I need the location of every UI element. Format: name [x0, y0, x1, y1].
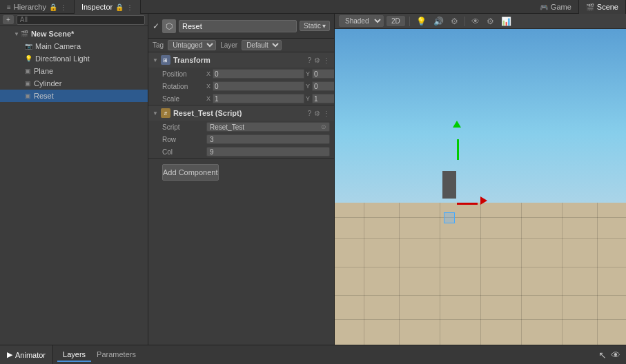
row-field-row: Row 3 — [148, 133, 334, 145]
audio-toolbar-icon[interactable]: 🔊 — [431, 17, 446, 26]
transform-settings-icon[interactable]: ⚙ — [314, 57, 320, 64]
light-toolbar-icon[interactable]: 💡 — [414, 17, 429, 26]
static-dropdown-icon: ▾ — [322, 22, 326, 30]
script-select-icon[interactable]: ⊙ — [321, 123, 326, 130]
eye-icon[interactable]: 👁 — [611, 350, 620, 361]
2d-button[interactable]: 2D — [387, 16, 405, 26]
layers-toolbar-icon[interactable]: ⚙ — [485, 17, 496, 26]
position-fields: X Y Z — [206, 69, 334, 79]
col-field-value[interactable]: 9 — [206, 147, 330, 156]
transform-help-icon[interactable]: ? — [307, 57, 311, 64]
x-axis-handle — [457, 203, 478, 205]
grid-v-3 — [440, 203, 440, 345]
tab-hierarchy[interactable]: ≡ Hierarchy 🔒 ⋮ — [0, 0, 75, 14]
hierarchy-item-cylinder[interactable]: ▣ Cylinder — [0, 77, 148, 90]
grid-v-7 — [597, 203, 598, 345]
transform-header[interactable]: ▼ ⊞ Transform ? ⚙ ⋮ — [148, 52, 334, 68]
scene-panel: Shaded 2D 💡 🔊 ⚙ 👁 ⚙ 📊 — [335, 14, 626, 345]
scene-3d-view — [335, 29, 626, 345]
transform-component: ▼ ⊞ Transform ? ⚙ ⋮ Position X — [148, 52, 334, 105]
top-tab-bar: ≡ Hierarchy 🔒 ⋮ Inspector 🔒 ⋮ 🎮 Game 🎬 S… — [0, 0, 626, 14]
tab-scene[interactable]: 🎬 Scene — [579, 0, 626, 14]
position-x-input[interactable] — [213, 69, 304, 79]
cylinder-mesh-icon: ▣ — [25, 80, 31, 87]
tab-inspector[interactable]: Inspector 🔒 ⋮ — [75, 0, 141, 14]
gizmos-toolbar-icon[interactable]: 👁 — [469, 17, 482, 26]
script-help-icon[interactable]: ? — [307, 110, 311, 117]
static-toggle-button[interactable]: Static ▾ — [300, 21, 330, 31]
rotation-x-input[interactable] — [213, 81, 304, 91]
hierarchy-tab-icon: ≡ — [7, 3, 11, 11]
plane-mesh-icon: ▣ — [25, 68, 31, 74]
hierarchy-search-input[interactable] — [17, 15, 145, 25]
script-field-value: Reset_Test ⊙ — [206, 122, 330, 132]
hierarchy-item-reset-label: Reset — [34, 92, 54, 100]
hierarchy-item-directional-light[interactable]: 💡 Directional Light — [0, 52, 148, 65]
animator-sub-tabs: Layers Parameters — [53, 348, 146, 362]
add-component-button[interactable]: Add Component — [162, 164, 219, 181]
transform-menu-icon[interactable]: ⋮ — [323, 57, 330, 64]
transform-title: Transform — [173, 56, 305, 64]
script-settings-icon[interactable]: ⚙ — [314, 110, 320, 117]
hierarchy-item-plane-label: Plane — [34, 67, 53, 75]
layer-select[interactable]: Default — [242, 40, 282, 50]
object-icon: ⬡ — [162, 19, 176, 33]
script-component: ▼ # Reset_Test (Script) ? ⚙ ⋮ Script Res… — [148, 105, 334, 159]
layers-sub-tab[interactable]: Layers — [57, 348, 91, 362]
layers-tab-label: Layers — [63, 350, 86, 358]
col-value-text: 9 — [210, 148, 214, 156]
hierarchy-item-main-camera[interactable]: 📷 Main Camera — [0, 40, 148, 52]
tab-game[interactable]: 🎮 Game — [533, 0, 579, 14]
scene-viewport[interactable] — [335, 29, 626, 345]
hierarchy-item-plane[interactable]: ▣ Plane — [0, 65, 148, 77]
hierarchy-toolbar: + — [0, 14, 148, 26]
game-tab-icon: 🎮 — [540, 3, 548, 11]
rotation-fields: X Y Z — [206, 81, 334, 91]
hierarchy-tree: ▼ 🎬 New Scene* 📷 Main Camera 💡 Direction… — [0, 26, 148, 345]
position-row: Position X Y Z — [148, 68, 334, 80]
position-y-label: Y — [306, 70, 311, 77]
hierarchy-menu-icon[interactable]: ⋮ — [60, 3, 67, 11]
scale-x-input[interactable] — [213, 94, 304, 103]
sky-background — [335, 29, 626, 203]
animator-tab[interactable]: ▶ Animator — [0, 345, 53, 365]
hierarchy-lock-icon[interactable]: 🔒 — [49, 3, 57, 11]
inspector-lock-icon[interactable]: 🔒 — [115, 3, 124, 11]
script-menu-icon[interactable]: ⋮ — [323, 110, 330, 117]
stats-toolbar-icon[interactable]: 📊 — [499, 17, 513, 26]
scale-y-input[interactable] — [312, 94, 334, 103]
object-name-input[interactable] — [179, 20, 297, 32]
bottom-right-icons: ↖ 👁 — [598, 350, 626, 361]
script-component-title: Reset_Test (Script) — [173, 109, 305, 117]
scale-x-label: X — [206, 95, 212, 102]
effects-toolbar-icon[interactable]: ⚙ — [449, 17, 460, 26]
position-x-field: X — [206, 69, 304, 79]
shaded-select[interactable]: Shaded — [339, 15, 384, 27]
rotation-x-label: X — [206, 83, 212, 90]
row-field-value[interactable]: 3 — [206, 134, 330, 144]
grid-v-2 — [399, 203, 400, 345]
parameters-sub-tab[interactable]: Parameters — [91, 348, 141, 362]
position-y-input[interactable] — [312, 69, 334, 79]
tag-select[interactable]: Untagged — [168, 40, 216, 50]
inspector-menu-icon[interactable]: ⋮ — [126, 3, 133, 11]
animator-tab-icon: ▶ — [7, 350, 12, 359]
hierarchy-item-new-scene[interactable]: ▼ 🎬 New Scene* — [0, 28, 148, 40]
rotation-label: Rotation — [162, 83, 204, 90]
script-header[interactable]: ▼ # Reset_Test (Script) ? ⚙ ⋮ — [148, 105, 334, 121]
scale-y-label: Y — [306, 95, 311, 102]
scene-arrow-icon: ▼ — [14, 31, 19, 37]
scene-object-cube — [442, 171, 456, 199]
hierarchy-item-directional-light-label: Directional Light — [35, 54, 90, 63]
ground-plane — [335, 203, 626, 345]
rotation-row: Rotation X Y Z — [148, 80, 334, 92]
transform-icon: ⊞ — [161, 55, 170, 65]
grid-v-5 — [521, 203, 522, 345]
rotation-y-input[interactable] — [312, 81, 334, 91]
hierarchy-add-button[interactable]: + — [3, 15, 14, 24]
animator-tab-label: Animator — [15, 351, 46, 359]
object-enabled-checkbox[interactable]: ✓ — [153, 21, 159, 31]
mouse-cursor-icon: ↖ — [598, 350, 607, 361]
hierarchy-item-reset[interactable]: ▣ Reset — [0, 90, 148, 102]
y-axis-handle-tip — [453, 121, 461, 128]
